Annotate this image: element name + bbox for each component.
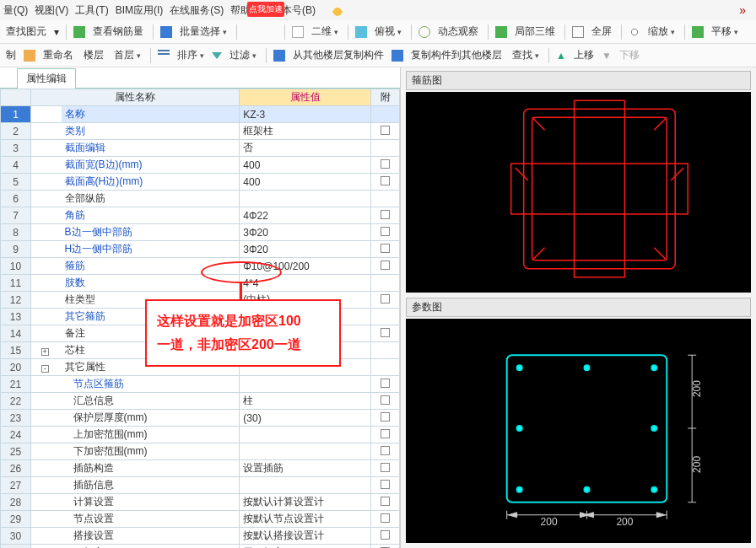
- checkbox-icon[interactable]: [381, 126, 390, 135]
- table-row[interactable]: 30搭接设置按默认搭接设置计: [1, 528, 400, 545]
- menu-item[interactable]: 量(Q): [3, 3, 28, 18]
- table-row[interactable]: 24上加密范围(mm): [1, 427, 400, 443]
- prop-att[interactable]: [371, 292, 400, 309]
- checkbox-icon[interactable]: [381, 395, 390, 405]
- find-button[interactable]: 查找: [510, 47, 542, 63]
- prop-value[interactable]: [240, 342, 371, 359]
- table-row[interactable]: 28计算设置按默认计算设置计: [1, 494, 400, 511]
- find-element-button[interactable]: 查找图元: [3, 24, 49, 40]
- menu-item[interactable]: 在线服务(S): [170, 3, 224, 18]
- table-row[interactable]: 13其它箍筋: [1, 309, 400, 325]
- prop-value[interactable]: 400: [240, 157, 371, 174]
- pan-button[interactable]: 平移: [709, 24, 741, 40]
- copy-from-button[interactable]: 从其他楼层复制构件: [290, 47, 386, 63]
- prop-value[interactable]: [240, 325, 371, 342]
- table-row[interactable]: 6全部纵筋: [1, 191, 400, 207]
- prop-value[interactable]: 3Φ20: [240, 224, 371, 241]
- prop-value[interactable]: 3Φ20: [240, 241, 371, 258]
- prop-att[interactable]: [371, 275, 400, 292]
- checkbox-icon[interactable]: [381, 176, 390, 185]
- checkbox-icon[interactable]: [381, 429, 390, 438]
- prop-att[interactable]: [371, 460, 400, 477]
- table-row[interactable]: 22汇总信息柱: [1, 393, 400, 410]
- fullscreen-button[interactable]: 全屏: [589, 24, 614, 40]
- table-row[interactable]: 10箍筋Φ10@100/200: [1, 258, 400, 275]
- prop-att[interactable]: [371, 191, 400, 207]
- batch-select-button[interactable]: 批量选择: [177, 24, 230, 40]
- prop-att[interactable]: [371, 241, 400, 258]
- prop-value[interactable]: 按默认计算设置计: [240, 494, 371, 511]
- table-row[interactable]: 8B边一侧中部筋3Φ20: [1, 224, 400, 241]
- prop-att[interactable]: [371, 528, 400, 545]
- prop-value[interactable]: 设置插筋: [240, 460, 371, 477]
- table-row[interactable]: 26插筋构造设置插筋: [1, 460, 400, 477]
- prop-value[interactable]: [240, 443, 371, 460]
- table-row[interactable]: 27插筋信息: [1, 477, 400, 494]
- prop-value[interactable]: (30): [240, 410, 371, 427]
- checkbox-icon[interactable]: [381, 446, 390, 455]
- checkbox-icon[interactable]: [381, 513, 390, 523]
- prop-att[interactable]: [371, 140, 400, 157]
- accelerate-badge[interactable]: 点我加速: [247, 2, 284, 17]
- prop-att[interactable]: [371, 427, 400, 443]
- checkbox-icon[interactable]: [381, 244, 390, 253]
- local3d-button[interactable]: 局部三维: [512, 24, 558, 40]
- table-row[interactable]: 4截面宽(B边)(mm)400: [1, 157, 400, 174]
- checkbox-icon[interactable]: [381, 294, 390, 304]
- table-row[interactable]: 14备注: [1, 325, 400, 342]
- prop-value[interactable]: KZ-3: [240, 106, 371, 123]
- prop-att[interactable]: [371, 123, 400, 140]
- menu-item[interactable]: BIM应用(I): [116, 3, 164, 18]
- checkbox-icon[interactable]: [381, 261, 390, 270]
- table-row[interactable]: 23保护层厚度(mm)(30): [1, 410, 400, 427]
- checkbox-icon[interactable]: [381, 210, 390, 219]
- collapse-icon[interactable]: »: [739, 3, 746, 17]
- prop-att[interactable]: [371, 393, 400, 410]
- prop-value[interactable]: 4Φ22: [240, 207, 371, 224]
- prop-value[interactable]: 400: [240, 174, 371, 191]
- prop-att[interactable]: [371, 477, 400, 494]
- table-row[interactable]: 15+芯柱: [1, 342, 400, 359]
- move-down-button[interactable]: 下移: [617, 47, 642, 63]
- table-row[interactable]: 9H边一侧中部筋3Φ20: [1, 241, 400, 258]
- prop-att[interactable]: [371, 511, 400, 528]
- prop-att[interactable]: [371, 376, 400, 393]
- checkbox-icon[interactable]: [381, 328, 390, 337]
- prop-value[interactable]: [240, 309, 371, 325]
- checkbox-icon[interactable]: [381, 412, 390, 422]
- table-row[interactable]: 21节点区箍筋: [1, 376, 400, 393]
- table-row[interactable]: 7角筋4Φ22: [1, 207, 400, 224]
- view-mode-dropdown[interactable]: 二维: [309, 24, 341, 40]
- prop-value[interactable]: (中柱): [240, 292, 371, 309]
- expand-icon[interactable]: +: [41, 348, 49, 356]
- prop-att[interactable]: [371, 309, 400, 325]
- prop-value[interactable]: 4*4: [240, 275, 371, 292]
- prop-att[interactable]: [371, 494, 400, 511]
- checkbox-icon[interactable]: [381, 227, 390, 236]
- prop-value[interactable]: [240, 477, 371, 494]
- prop-att[interactable]: [371, 106, 400, 123]
- sort-button[interactable]: 排序: [175, 47, 207, 63]
- table-row[interactable]: 29节点设置按默认节点设置计: [1, 511, 400, 528]
- zoom-button[interactable]: 缩放: [645, 24, 678, 40]
- table-row[interactable]: 31顶标高(m)层顶标高: [1, 545, 400, 549]
- prop-value[interactable]: 柱: [240, 393, 371, 410]
- table-row[interactable]: 3截面编辑否: [1, 140, 400, 157]
- expand-icon[interactable]: -: [41, 365, 49, 373]
- prop-value[interactable]: [240, 191, 371, 207]
- move-up-button[interactable]: 上移: [571, 47, 597, 63]
- prop-att[interactable]: [371, 174, 400, 191]
- prop-value[interactable]: 框架柱: [240, 123, 371, 140]
- checkbox-icon[interactable]: [381, 480, 390, 489]
- rename-button[interactable]: 重命名: [40, 47, 76, 63]
- prop-value[interactable]: 按默认搭接设置计: [240, 528, 371, 545]
- table-row[interactable]: 2类别框架柱: [1, 123, 400, 140]
- prop-att[interactable]: [371, 224, 400, 241]
- prop-value[interactable]: 按默认节点设置计: [240, 511, 371, 528]
- prop-att[interactable]: [371, 325, 400, 342]
- prop-value[interactable]: 否: [240, 140, 371, 157]
- dynamic-view-button[interactable]: 动态观察: [435, 24, 481, 40]
- menu-item[interactable]: 工具(T): [75, 3, 108, 18]
- prop-att[interactable]: [371, 342, 400, 359]
- prop-value[interactable]: [240, 376, 371, 393]
